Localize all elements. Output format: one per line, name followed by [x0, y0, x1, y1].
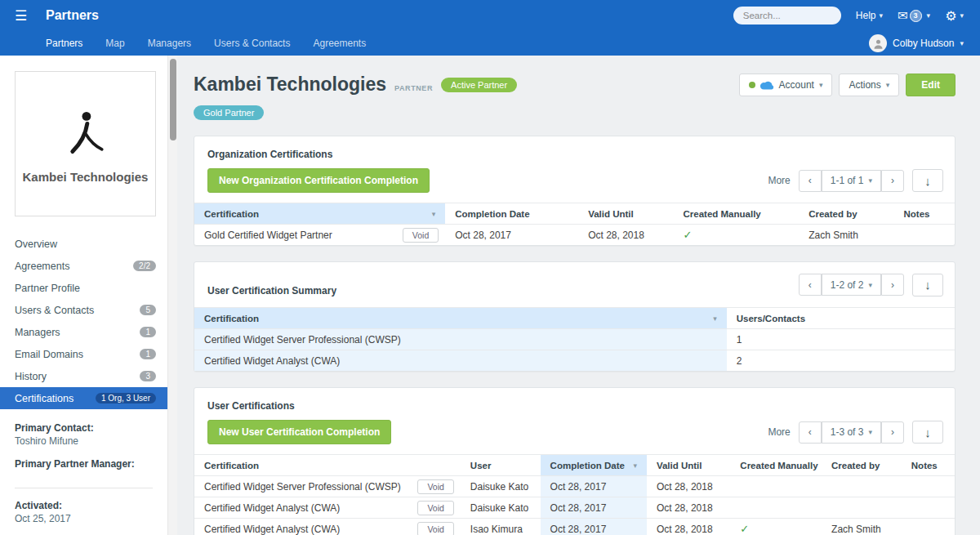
sidebar-item-email-domains[interactable]: Email Domains 1 — [0, 343, 167, 365]
status-badge: Active Partner — [441, 78, 517, 92]
more-link[interactable]: More — [768, 175, 790, 186]
table-row: Certified Widget Analyst (CWA) Void Isao… — [194, 518, 955, 535]
column-header-valid-until[interactable]: Valid Until — [647, 455, 730, 475]
pagination-range-dropdown[interactable]: 1-1 of 1 ▾ — [822, 170, 881, 192]
user-menu[interactable]: Colby Hudson ▾ — [869, 34, 964, 52]
chevron-right-icon[interactable]: › — [881, 274, 904, 296]
sidebar-item-users-contacts[interactable]: Users & Contacts 5 — [0, 299, 167, 321]
main-nav: Partners Map Managers Users & Contacts A… — [46, 38, 366, 49]
sidebar-item-agreements[interactable]: Agreements 2/2 — [0, 255, 167, 277]
column-header-valid-until[interactable]: Valid Until — [578, 203, 673, 224]
nav-tab-managers[interactable]: Managers — [148, 38, 191, 49]
notes — [902, 476, 955, 497]
gear-icon: ⚙ — [945, 8, 956, 24]
chevron-left-icon[interactable]: ‹ — [799, 421, 822, 444]
sidebar-item-history[interactable]: History 3 — [0, 365, 167, 387]
valid-until: Oct 28, 2018 — [647, 476, 730, 497]
table-row: Gold Certified Widget Partner Void Oct 2… — [194, 224, 955, 245]
count-badge: 3 — [140, 371, 156, 381]
table-row: Certified Widget Server Professional (CW… — [194, 475, 955, 497]
check-icon: ✓ — [674, 225, 800, 245]
edit-button[interactable]: Edit — [906, 74, 956, 96]
table-row: Certified Widget Analyst (CWA) 2 — [194, 350, 955, 371]
column-header-certification[interactable]: Certification ▾ — [194, 308, 727, 328]
chevron-left-icon[interactable]: ‹ — [799, 274, 822, 296]
void-button[interactable]: Void — [417, 501, 453, 515]
chevron-right-icon[interactable]: › — [881, 170, 904, 192]
scrollbar-track[interactable] — [167, 56, 177, 535]
primary-contact-label: Primary Contact: — [15, 422, 153, 434]
actions-button[interactable]: Actions ▾ — [839, 74, 899, 96]
chevron-right-icon[interactable]: › — [881, 421, 904, 444]
primary-contact-value: Toshiro Mifune — [15, 435, 153, 447]
scrollbar-thumb[interactable] — [170, 59, 176, 140]
pagination-range-dropdown[interactable]: 1-3 of 3 ▾ — [822, 421, 881, 444]
certification-name: Certified Widget Analyst (CWA) — [204, 524, 340, 535]
settings-menu[interactable]: ⚙ ▾ — [945, 8, 964, 24]
sidebar-item-certifications[interactable]: Certifications 1 Org, 3 User — [0, 387, 167, 409]
nav-tab-users-contacts[interactable]: Users & Contacts — [214, 38, 290, 49]
search-input[interactable] — [733, 7, 841, 25]
column-header-created-manually[interactable]: Created Manually — [674, 203, 800, 224]
chevron-down-icon: ▾ — [868, 428, 872, 436]
download-button[interactable]: ↓ — [912, 169, 943, 192]
menu-icon[interactable]: ☰ — [15, 7, 34, 25]
column-header-certification[interactable]: Certification — [194, 455, 461, 475]
column-header-certification[interactable]: Certification ▾ — [194, 203, 445, 224]
account-button[interactable]: Account ▾ — [739, 74, 833, 96]
page-title: Kambei Technologies — [194, 74, 386, 96]
new-user-certification-button[interactable]: New User Certification Completion — [207, 420, 391, 444]
column-header-created-by[interactable]: Created by — [799, 203, 893, 224]
column-header-notes[interactable]: Notes — [894, 203, 955, 224]
column-header-notes[interactable]: Notes — [902, 455, 955, 475]
check-icon — [730, 476, 822, 497]
sidebar-item-partner-profile[interactable]: Partner Profile — [0, 277, 167, 299]
nav-tab-agreements[interactable]: Agreements — [313, 38, 366, 49]
mail-menu[interactable]: ✉ 3 ▾ — [898, 8, 930, 23]
help-label: Help — [856, 10, 876, 21]
card-title: User Certification Summary — [194, 273, 350, 296]
nav-tab-partners[interactable]: Partners — [46, 38, 82, 49]
pagination-range-dropdown[interactable]: 1-2 of 2 ▾ — [822, 274, 881, 296]
column-header-created-by[interactable]: Created by — [822, 455, 902, 475]
column-header-users-contacts[interactable]: Users/Contacts — [727, 308, 955, 328]
certification-name: Certified Widget Analyst (CWA) — [194, 350, 727, 371]
count-badge: 2/2 — [133, 261, 156, 271]
download-button[interactable]: ↓ — [912, 274, 943, 296]
created-by — [822, 497, 902, 518]
void-button[interactable]: Void — [417, 479, 453, 494]
user-certifications-card: User Certifications New User Certificati… — [194, 387, 956, 535]
org-certifications-card: Organization Certifications New Organiza… — [194, 136, 956, 246]
completion-date: Oct 28, 2017 — [445, 225, 578, 245]
sidebar-item-overview[interactable]: Overview — [0, 233, 167, 255]
column-header-created-manually[interactable]: Created Manually — [730, 455, 822, 475]
user-name: Daisuke Kato — [461, 476, 541, 497]
logo-text: Kambei Technologies — [23, 170, 149, 184]
sidebar-menu: Overview Agreements 2/2 Partner Profile … — [0, 233, 167, 409]
chevron-down-icon: ▾ — [960, 39, 964, 47]
count-badge: 1 — [140, 349, 156, 359]
user-certifications-table: Certification User Completion Date ▾ Val… — [194, 454, 955, 535]
completion-date: Oct 28, 2017 — [541, 476, 647, 497]
app-title: Partners — [46, 8, 99, 23]
valid-until: Oct 28, 2018 — [647, 519, 730, 535]
sort-icon: ▾ — [432, 210, 436, 218]
count-badge: 1 — [140, 327, 156, 337]
column-header-completion-date[interactable]: Completion Date ▾ — [541, 455, 647, 475]
nav-tab-map[interactable]: Map — [105, 38, 124, 49]
pagination: ‹ 1-1 of 1 ▾ › — [799, 170, 904, 192]
void-button[interactable]: Void — [403, 228, 439, 243]
count-badge: 5 — [140, 305, 156, 315]
new-org-certification-button[interactable]: New Organization Certification Completio… — [207, 168, 430, 193]
more-link[interactable]: More — [768, 426, 790, 438]
download-button[interactable]: ↓ — [912, 421, 943, 444]
sort-icon: ▾ — [633, 461, 637, 470]
users-contacts-count: 2 — [727, 350, 955, 371]
void-button[interactable]: Void — [417, 522, 453, 535]
sidebar-item-managers[interactable]: Managers 1 — [0, 321, 167, 343]
notes — [894, 225, 955, 245]
chevron-left-icon[interactable]: ‹ — [799, 170, 822, 192]
column-header-user[interactable]: User — [461, 455, 541, 475]
column-header-completion-date[interactable]: Completion Date — [445, 203, 578, 224]
help-menu[interactable]: Help ▾ — [856, 10, 883, 21]
